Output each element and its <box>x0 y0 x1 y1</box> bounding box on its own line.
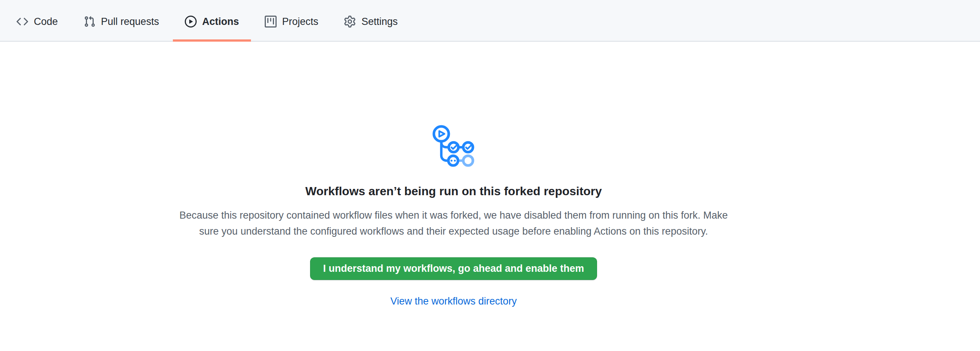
tab-pull-requests[interactable]: Pull requests <box>72 0 171 41</box>
git-pull-request-icon <box>84 16 95 27</box>
play-circle-icon <box>185 16 197 27</box>
blankslate-description-line1: Because this repository contained workfl… <box>179 210 727 221</box>
gear-icon <box>344 16 356 27</box>
tab-pull-requests-label: Pull requests <box>101 16 159 27</box>
tab-settings-label: Settings <box>361 16 398 27</box>
tab-code[interactable]: Code <box>5 0 70 41</box>
tab-actions-label: Actions <box>202 16 239 27</box>
tab-code-label: Code <box>34 16 58 27</box>
actions-blankslate: Workflows aren’t being run on this forke… <box>0 42 907 307</box>
workflow-graph-icon <box>432 125 476 167</box>
tab-actions[interactable]: Actions <box>173 0 251 41</box>
enable-workflows-button[interactable]: I understand my workflows, go ahead and … <box>310 257 597 280</box>
blankslate-description: Because this repository contained workfl… <box>179 208 727 240</box>
project-icon <box>265 16 277 27</box>
blankslate-heading: Workflows aren’t being run on this forke… <box>305 184 602 199</box>
code-icon <box>16 16 28 27</box>
tab-projects-label: Projects <box>282 16 318 27</box>
view-workflows-directory-link[interactable]: View the workflows directory <box>390 295 517 307</box>
repo-tab-bar: Code Pull requests Actions Projects Sett… <box>0 0 980 42</box>
tab-settings[interactable]: Settings <box>332 0 410 41</box>
tab-projects[interactable]: Projects <box>253 0 331 41</box>
blankslate-description-line2: sure you understand the configured workf… <box>199 226 708 237</box>
